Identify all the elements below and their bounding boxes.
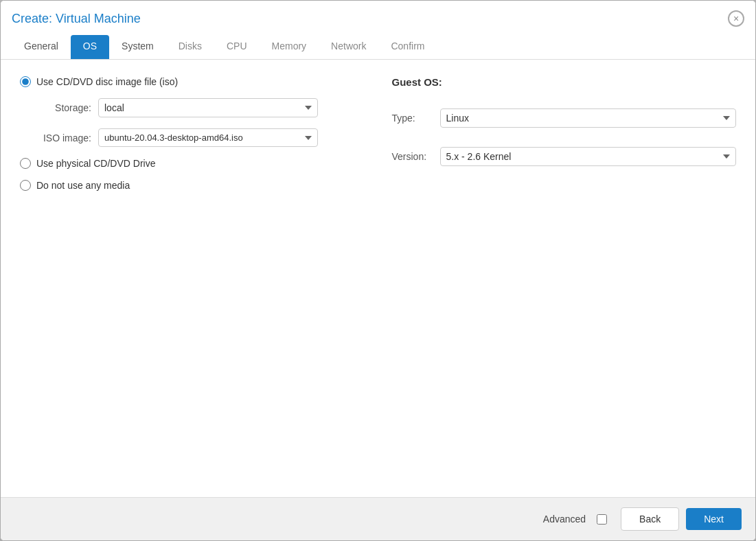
radio-none-input[interactable] [20,180,31,191]
back-button[interactable]: Back [621,507,679,531]
left-column: Use CD/DVD disc image file (iso) Storage… [20,76,365,191]
type-select[interactable]: Linux Windows macOS Other [440,108,737,128]
tab-bar: GeneralOSSystemDisksCPUMemoryNetworkConf… [12,35,744,59]
iso-label: ISO image: [36,133,91,143]
tab-system[interactable]: System [109,35,166,59]
tab-os[interactable]: OS [71,35,109,59]
dialog-body: Use CD/DVD disc image file (iso) Storage… [1,60,755,497]
tab-disks[interactable]: Disks [166,35,214,59]
tab-confirm[interactable]: Confirm [378,35,437,59]
radio-none-option[interactable]: Do not use any media [20,180,365,191]
version-row: Version: 5.x - 2.6 Kernel 4.x - 3.x Kern… [392,147,737,166]
close-button[interactable]: × [728,10,744,27]
iso-image-row: ISO image: ubuntu-20.04.3-desktop-amd64.… [36,128,365,147]
next-button[interactable]: Next [686,508,742,530]
radio-physical-input[interactable] [20,158,31,169]
radio-physical-option[interactable]: Use physical CD/DVD Drive [20,158,365,169]
advanced-label: Advanced [543,514,586,525]
radio-iso-label: Use CD/DVD disc image file (iso) [36,76,178,87]
create-vm-dialog: Create: Virtual Machine × GeneralOSSyste… [0,0,756,541]
dialog-title: Create: Virtual Machine [12,12,141,26]
dialog-header: Create: Virtual Machine × GeneralOSSyste… [1,1,755,60]
type-label: Type: [392,113,433,124]
storage-row: Storage: local [36,98,365,117]
radio-physical-label: Use physical CD/DVD Drive [36,158,155,169]
advanced-checkbox[interactable] [597,514,607,525]
iso-image-select[interactable]: ubuntu-20.04.3-desktop-amd64.iso [98,128,318,147]
storage-select[interactable]: local [98,98,318,117]
right-column: Guest OS: Type: Linux Windows macOS Othe… [392,76,737,191]
radio-iso-input[interactable] [20,76,31,87]
storage-label: Storage: [36,102,91,113]
tab-general[interactable]: General [12,35,71,59]
tab-memory[interactable]: Memory [260,35,319,59]
tab-cpu[interactable]: CPU [214,35,260,59]
type-row: Type: Linux Windows macOS Other [392,108,737,128]
version-label: Version: [392,151,433,162]
radio-none-label: Do not use any media [36,180,130,191]
guest-os-title: Guest OS: [392,76,737,88]
version-select[interactable]: 5.x - 2.6 Kernel 4.x - 3.x Kernel Other … [440,147,737,166]
radio-iso-option[interactable]: Use CD/DVD disc image file (iso) [20,76,365,87]
tab-network[interactable]: Network [319,35,378,59]
dialog-footer: Advanced Back Next [1,497,755,540]
